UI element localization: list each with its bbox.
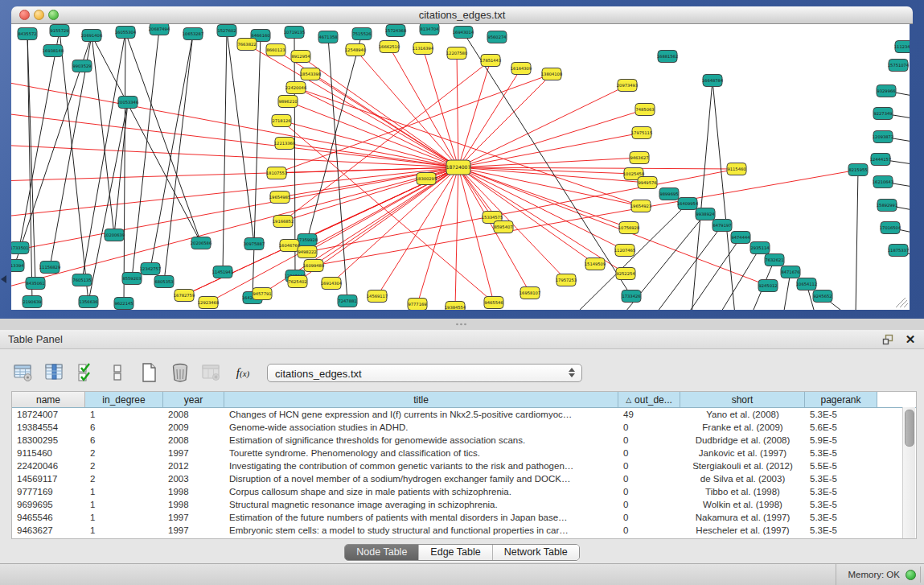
- table-cell[interactable]: 18300295: [12, 434, 85, 447]
- graph-node[interactable]: 17975115: [631, 127, 652, 139]
- network-canvas[interactable]: 8435572915572920691406160553042068749410…: [11, 24, 910, 310]
- graph-node[interactable]: 8435572: [18, 28, 37, 40]
- graph-node[interactable]: 16938148: [43, 45, 64, 57]
- graph-node[interactable]: 8134704: [420, 24, 439, 35]
- table-row[interactable]: 1456911722003Disruption of a novel membe…: [12, 472, 916, 485]
- table-vertical-scrollbar[interactable]: [902, 407, 915, 538]
- graph-node[interactable]: 13804108: [541, 68, 562, 80]
- graph-node[interactable]: 9777169: [408, 299, 427, 311]
- column-header-pagerank[interactable]: pagerank: [805, 392, 877, 407]
- select-columns-button[interactable]: [74, 360, 98, 385]
- graph-node[interactable]: 15751074: [888, 60, 910, 72]
- table-cell[interactable]: 0: [618, 434, 680, 447]
- table-cell[interactable]: 1997: [163, 511, 224, 524]
- scrollbar-thumb[interactable]: [905, 410, 914, 447]
- graph-node[interactable]: 10200639: [104, 229, 125, 241]
- graph-node[interactable]: 12923468: [198, 297, 219, 309]
- tab-network-table[interactable]: Network Table: [493, 545, 579, 560]
- graph-node[interactable]: 17851443: [480, 55, 501, 67]
- graph-node[interactable]: 9938924: [696, 208, 715, 220]
- split-divider[interactable]: [0, 319, 924, 330]
- table-cell[interactable]: 49: [618, 408, 680, 421]
- table-selector-dropdown[interactable]: citations_edges.txt: [267, 364, 582, 382]
- tab-edge-table[interactable]: Edge Table: [419, 545, 492, 560]
- graph-node[interactable]: 30975887: [244, 238, 265, 250]
- network-window-titlebar[interactable]: citations_edges.txt: [11, 6, 913, 24]
- table-cell[interactable]: Franke et al. (2009): [680, 421, 805, 434]
- graph-node[interactable]: 1527602: [217, 25, 236, 37]
- table-cell[interactable]: 6: [85, 421, 163, 434]
- graph-node[interactable]: 6805353: [154, 276, 174, 288]
- graph-node[interactable]: 16055304: [115, 27, 137, 39]
- graph-node[interactable]: 11123456: [894, 41, 910, 53]
- table-cell[interactable]: 1: [85, 498, 163, 511]
- table-cell[interactable]: 5.3E-5: [805, 447, 877, 459]
- graph-node[interactable]: 6479197: [713, 220, 732, 232]
- graph-node[interactable]: 19654985: [269, 192, 290, 204]
- table-cell[interactable]: 9465546: [12, 511, 85, 524]
- column-header-short[interactable]: short: [680, 392, 805, 407]
- graph-node[interactable]: 16662510: [379, 41, 400, 53]
- graph-node[interactable]: 16881562: [657, 51, 678, 63]
- graph-node[interactable]: 2190639: [23, 296, 42, 308]
- graph-node[interactable]: 16943014: [453, 27, 474, 39]
- graph-node[interactable]: 8471676: [781, 266, 800, 278]
- table-cell[interactable]: Structural magnetic resonance image aver…: [224, 498, 618, 511]
- table-cell[interactable]: 5.5E-5: [805, 459, 877, 472]
- graph-node[interactable]: 9896210: [278, 96, 298, 108]
- citation-network-graph[interactable]: 8435572915572920691406160553042068749410…: [11, 24, 910, 310]
- table-cell[interactable]: 2008: [163, 408, 224, 421]
- table-cell[interactable]: 9777169: [12, 485, 85, 498]
- table-row[interactable]: 911546021997Tourette syndrome. Phenomeno…: [12, 447, 916, 459]
- graph-node[interactable]: 9913394: [11, 260, 24, 272]
- table-cell[interactable]: 14569117: [12, 472, 85, 485]
- table-row[interactable]: 977716911998Corpus callosum shape and si…: [12, 485, 916, 498]
- graph-node[interactable]: 16782759: [174, 290, 195, 302]
- graph-node[interactable]: 9903529: [72, 60, 92, 72]
- graph-node[interactable]: 9155729: [50, 25, 69, 37]
- table-cell[interactable]: Tibbo et al. (1998): [680, 485, 805, 498]
- table-cell[interactable]: Wolkin et al. (1998): [680, 498, 805, 511]
- panel-collapse-arrow-icon[interactable]: [1, 275, 6, 283]
- graph-node[interactable]: 10654112: [796, 278, 817, 290]
- table-cell[interactable]: 1997: [163, 447, 224, 459]
- table-cell[interactable]: de Silva et al. (2003): [680, 472, 805, 485]
- table-cell[interactable]: 0: [618, 421, 680, 434]
- table-cell[interactable]: 2012: [163, 459, 224, 472]
- memory-ok-indicator-icon[interactable]: [906, 570, 916, 580]
- graph-node[interactable]: 18724007: [446, 160, 471, 175]
- graph-node[interactable]: 12207580: [446, 47, 467, 60]
- graph-node[interactable]: 12213369: [274, 138, 295, 150]
- graph-node[interactable]: 15724368: [385, 25, 406, 37]
- table-cell[interactable]: Estimation of significance thresholds fo…: [224, 434, 618, 447]
- table-cell[interactable]: Yano et al. (2008): [680, 408, 805, 421]
- table-cell[interactable]: Investigating the contribution of common…: [224, 459, 618, 472]
- graph-node[interactable]: 8660123: [266, 44, 285, 56]
- table-cell[interactable]: Jankovic et al. (1997): [680, 447, 805, 459]
- table-cell[interactable]: 2: [85, 447, 163, 459]
- table-cell[interactable]: 5.3E-5: [805, 498, 877, 511]
- graph-node[interactable]: 2718126: [272, 115, 291, 127]
- graph-node[interactable]: 9560274: [487, 31, 507, 43]
- table-cell[interactable]: 0: [618, 447, 680, 459]
- table-cell[interactable]: 0: [618, 472, 680, 485]
- graph-node[interactable]: 15149509: [585, 258, 606, 270]
- table-cell[interactable]: 1998: [163, 498, 224, 511]
- table-cell[interactable]: 2003: [163, 472, 224, 485]
- table-cell[interactable]: 1: [85, 485, 163, 498]
- graph-node[interactable]: 8595407: [494, 221, 513, 233]
- table-cell[interactable]: Changes of HCN gene expression and I(f) …: [224, 408, 618, 421]
- graph-node[interactable]: 9949576: [638, 177, 657, 189]
- graph-node[interactable]: 9245652: [813, 290, 832, 303]
- table-cell[interactable]: 5.3E-5: [805, 408, 877, 421]
- graph-node[interactable]: 7625402: [288, 276, 307, 288]
- table-cell[interactable]: Genome-wide association studies in ADHD.: [224, 421, 618, 434]
- graph-node[interactable]: 11207465: [614, 245, 635, 257]
- graph-node[interactable]: 4671358: [318, 31, 338, 43]
- table-cell[interactable]: 0: [618, 485, 680, 498]
- graph-node[interactable]: 12548940: [345, 44, 366, 56]
- graph-node[interactable]: 12093872: [873, 131, 893, 143]
- graph-node[interactable]: 20206586: [191, 237, 211, 249]
- table-cell[interactable]: Estimation of the future numbers of pati…: [224, 511, 618, 524]
- graph-node[interactable]: 10653287: [183, 28, 203, 40]
